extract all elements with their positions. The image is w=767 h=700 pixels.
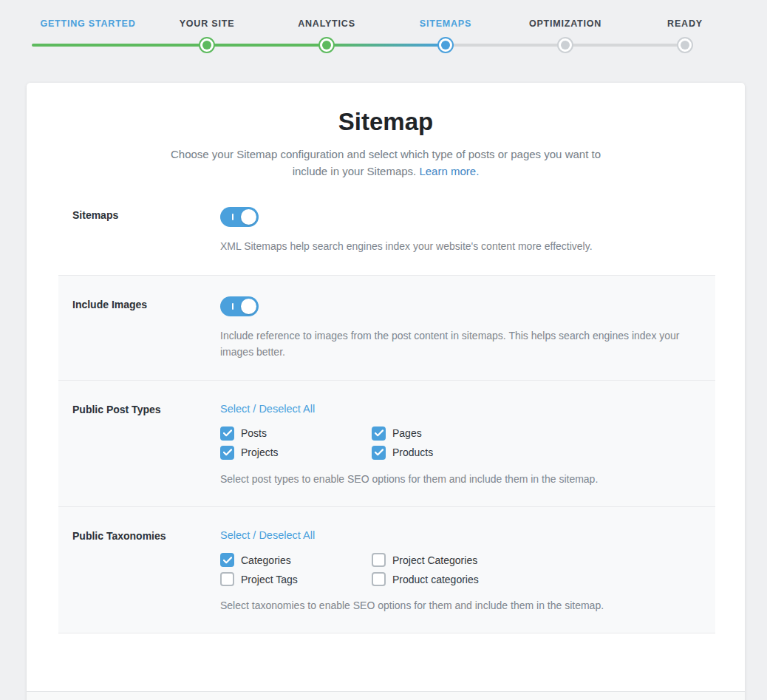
page-title: Sitemap (27, 108, 745, 136)
checkbox-item-posts[interactable]: Posts (220, 427, 372, 441)
sitemaps-toggle[interactable] (220, 207, 259, 227)
taxonomies-checkbox-grid: Categories Project Categories Project Ta… (220, 553, 706, 586)
checkbox-label: Categories (241, 554, 291, 566)
step-optimization: OPTIMIZATION (529, 18, 601, 29)
setting-row-sitemaps: Sitemaps XML Sitemaps help search engine… (58, 207, 715, 275)
step-ready: READY (667, 18, 703, 29)
setting-row-public-post-types: Public Post Types Select / Deselect All … (58, 380, 715, 506)
toggle-knob (241, 299, 256, 314)
setting-label: Public Taxonomies (58, 528, 220, 614)
check-icon (223, 557, 232, 564)
progress-line-current (327, 44, 446, 47)
step-your-site[interactable]: YOUR SITE (180, 18, 235, 29)
checkbox-item-project-categories[interactable]: Project Categories (372, 553, 479, 567)
setting-row-public-taxonomies: Public Taxonomies Select / Deselect All … (58, 506, 715, 633)
dot-core (681, 41, 689, 50)
checkbox-pages[interactable] (372, 427, 386, 441)
post-types-checkbox-grid: Posts Pages Projects Products (220, 427, 706, 460)
checkbox-project-tags[interactable] (220, 572, 234, 586)
checkbox-item-pages[interactable]: Pages (372, 427, 433, 441)
progress-line-completed (32, 44, 327, 47)
checkbox-product-categories[interactable] (372, 572, 386, 586)
checkbox-item-categories[interactable]: Categories (220, 553, 372, 567)
setting-label: Sitemaps (58, 207, 220, 254)
toggle-on-indicator (232, 303, 233, 310)
checkbox-label: Products (392, 446, 433, 458)
settings-group: Include Images Include reference to imag… (27, 275, 745, 634)
learn-more-link[interactable]: Learn more. (419, 165, 479, 177)
dot-core (561, 41, 570, 50)
step-dot-ready (677, 37, 693, 53)
wizard-footer: Skip Step Save and Continue (27, 691, 745, 700)
toggle-knob (241, 209, 256, 225)
setting-label: Public Post Types (58, 401, 220, 487)
toggle-on-indicator (232, 214, 233, 220)
checkbox-label: Pages (392, 427, 422, 439)
step-dot-analytics[interactable] (318, 37, 335, 53)
check-icon (375, 449, 384, 456)
checkbox-projects[interactable] (220, 446, 234, 460)
setting-label: Include Images (58, 296, 220, 361)
setting-row-include-images: Include Images Include reference to imag… (58, 275, 715, 380)
checkbox-products[interactable] (372, 446, 386, 460)
checkbox-categories[interactable] (220, 553, 234, 567)
wizard-stepper: GETTING STARTED YOUR SITE ANALYTICS SITE… (0, 0, 767, 83)
dot-core (441, 41, 450, 50)
step-getting-started[interactable]: GETTING STARTED (40, 18, 135, 29)
page-subtitle: Choose your Sitemap configuration and se… (160, 146, 611, 180)
checkbox-item-products[interactable]: Products (372, 446, 433, 460)
checkbox-label: Posts (241, 427, 267, 439)
check-icon (223, 429, 232, 437)
checkbox-label: Project Categories (392, 554, 477, 566)
select-deselect-all-post-types[interactable]: Select / Deselect All (220, 403, 315, 415)
dot-core (202, 41, 211, 50)
step-sitemaps[interactable]: SITEMAPS (420, 18, 471, 29)
checkbox-item-product-categories[interactable]: Product categories (372, 572, 479, 586)
include-images-toggle[interactable] (220, 296, 259, 316)
checkbox-label: Product categories (392, 574, 479, 585)
check-icon (223, 449, 232, 456)
step-dot-sitemaps[interactable] (437, 37, 454, 53)
subtitle-text: Choose your Sitemap configuration and se… (171, 148, 601, 177)
setting-description: Select taxonomies to enable SEO options … (220, 597, 693, 614)
check-icon (375, 429, 384, 437)
checkbox-label: Project Tags (241, 574, 298, 585)
step-analytics[interactable]: ANALYTICS (298, 18, 355, 29)
checkbox-item-projects[interactable]: Projects (220, 446, 372, 460)
checkbox-project-categories[interactable] (372, 553, 386, 567)
checkbox-label: Projects (241, 446, 279, 458)
checkbox-item-project-tags[interactable]: Project Tags (220, 572, 372, 586)
setting-description: Include reference to images from the pos… (220, 327, 693, 361)
select-deselect-all-taxonomies[interactable]: Select / Deselect All (220, 529, 315, 541)
step-dot-your-site[interactable] (199, 37, 215, 53)
step-dot-optimization (557, 37, 573, 53)
setting-description: XML Sitemaps help search engines index y… (220, 238, 693, 254)
wizard-card: Sitemap Choose your Sitemap configuratio… (27, 83, 745, 700)
setting-description: Select post types to enable SEO options … (220, 471, 693, 487)
checkbox-posts[interactable] (220, 427, 234, 441)
dot-core (322, 41, 331, 50)
